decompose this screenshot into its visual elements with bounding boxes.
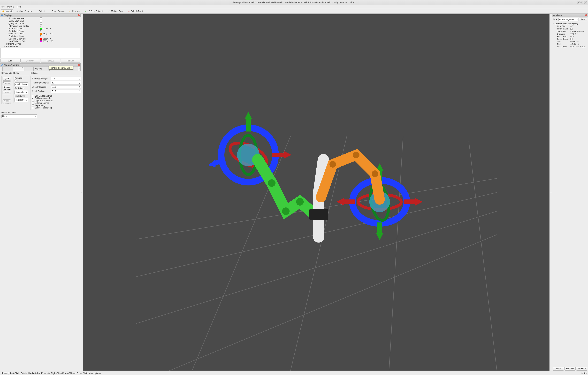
execute-button[interactable]: Execute: [2, 81, 11, 85]
option-checkbox-row[interactable]: ✓Collision-aware IK: [32, 97, 81, 99]
tool-add[interactable]: ＋: [146, 9, 150, 13]
property-row-expandable[interactable]: ▸Planning Metrics: [0, 42, 81, 45]
tool-remove[interactable]: –: [152, 9, 157, 13]
property-value[interactable]: ✓: [40, 20, 42, 22]
accel-scaling-input[interactable]: ▴▾: [51, 90, 81, 93]
checkbox-icon[interactable]: ✓: [570, 38, 573, 40]
planning-time-input[interactable]: ▴▾: [51, 77, 81, 80]
property-value[interactable]: 255; 0; 255: [40, 40, 53, 42]
view-value[interactable]: 3.48407: [570, 33, 578, 35]
view-value[interactable]: 0.245398: [570, 43, 579, 45]
rename-display-button[interactable]: Rename: [61, 59, 80, 63]
property-row[interactable]: Start State Color0; 255; 0: [0, 27, 81, 30]
option-checkbox-row[interactable]: Replanning: [32, 104, 81, 107]
menu-panels[interactable]: Panels: [7, 5, 14, 8]
property-value[interactable]: 0: [40, 25, 41, 27]
property-row[interactable]: Goal State Color250; 128; 0: [0, 32, 81, 35]
property-value[interactable]: 0; 255; 0: [40, 27, 51, 30]
tab-planning[interactable]: Planning: [13, 67, 25, 71]
view-property-row[interactable]: Target Fra…<Fixed Frame>: [552, 30, 588, 32]
add-display-button[interactable]: Add: [0, 59, 20, 63]
duplicate-display-button[interactable]: Duplicate: [21, 59, 40, 63]
plan-button[interactable]: Plan: [2, 77, 11, 81]
reset-button[interactable]: Reset: [1, 372, 9, 375]
view-value[interactable]: <Fixed Frame>: [570, 30, 584, 32]
option-checkbox-row[interactable]: External Comm.: [32, 102, 81, 104]
checkbox-icon[interactable]: [32, 100, 34, 102]
property-row[interactable]: Query Goal State✓: [0, 22, 81, 25]
view-property-row[interactable]: ▾Current ViewOrbit (rviz): [552, 22, 588, 25]
tool-select[interactable]: ▭Select: [35, 9, 46, 13]
views-remove-button[interactable]: Remove: [565, 367, 576, 371]
view-value[interactable]: [570, 28, 573, 30]
property-row[interactable]: Goal State Alpha1: [0, 35, 81, 37]
view-value[interactable]: 0.047392; -0.106…: [570, 46, 587, 48]
views-save-button[interactable]: Save: [553, 367, 564, 371]
maximize-button[interactable]: □: [580, 1, 583, 4]
plan-execute-button[interactable]: Plan & Execute: [2, 86, 11, 90]
close-panel-icon[interactable]: [585, 14, 587, 16]
property-value[interactable]: ✓: [40, 22, 42, 24]
property-row[interactable]: Start State Alpha1: [0, 30, 81, 32]
views-type-select[interactable]: Orbit (rviz_defau▾: [558, 18, 578, 21]
views-rename-button[interactable]: Rename: [576, 367, 587, 371]
property-value[interactable]: 250; 128; 0: [40, 32, 53, 35]
clear-octomap-button[interactable]: Clear octomap: [2, 99, 11, 103]
tabs-scroll-left[interactable]: ‹: [0, 67, 2, 71]
checkbox-icon[interactable]: [40, 17, 42, 20]
property-value[interactable]: 1: [40, 35, 41, 37]
view-value[interactable]: 0.190398: [570, 41, 579, 42]
views-panel-header[interactable]: Views: [552, 14, 588, 17]
tool-focus-camera[interactable]: ✦Focus Camera: [48, 9, 66, 13]
property-row[interactable]: Joint Violation Color255; 0; 255: [0, 40, 81, 42]
checkbox-icon[interactable]: [32, 107, 34, 109]
property-row[interactable]: Show Workspace: [0, 17, 81, 20]
menu-file[interactable]: File: [1, 5, 5, 8]
checkbox-icon[interactable]: [32, 95, 34, 97]
view-property-row[interactable]: Focal Shap…✓: [552, 38, 588, 40]
checkbox-icon[interactable]: [32, 104, 34, 106]
property-value[interactable]: 1: [40, 30, 41, 32]
view-property-row[interactable]: Yaw0.190398: [552, 40, 588, 43]
property-value[interactable]: 255; 0; 0: [40, 38, 51, 40]
tool-move-camera[interactable]: ✥Move Camera: [15, 9, 33, 13]
menu-help[interactable]: Help: [17, 5, 21, 8]
tab-scene-objects[interactable]: Scene Objects: [33, 67, 50, 71]
view-property-row[interactable]: ▸Focal Point0.047392; -0.106…: [552, 45, 588, 48]
checkbox-icon[interactable]: ✓: [32, 97, 34, 99]
displays-tree[interactable]: Show WorkspaceQuery Start State✓Query Go…: [0, 17, 81, 48]
tabs-scroll-right[interactable]: ›: [78, 67, 81, 71]
right-splitter-handle[interactable]: ▸: [550, 14, 552, 371]
zero-button[interactable]: Zero: [579, 18, 587, 21]
view-value[interactable]: ✓: [570, 38, 573, 40]
path-constraints-select[interactable]: None▾: [1, 115, 37, 118]
tool-publish-point[interactable]: ●Publish Point: [126, 9, 144, 13]
view-value[interactable]: Orbit (rviz): [568, 23, 578, 25]
close-panel-icon[interactable]: [78, 64, 80, 66]
property-row[interactable]: Colliding Link Color255; 0; 0: [0, 37, 81, 40]
planning-group-select[interactable]: manipulator▾: [14, 83, 28, 86]
option-checkbox-row[interactable]: Approx IK Solutions: [32, 99, 81, 102]
property-row-expandable[interactable]: ▸Planned Path: [0, 45, 81, 48]
option-checkbox-row[interactable]: Sensor Positioning: [32, 107, 81, 109]
start-state-select[interactable]: <current>▾: [14, 90, 28, 94]
tool-2d-goal-pose[interactable]: ➚2D Goal Pose: [107, 9, 125, 13]
checkbox-icon[interactable]: [570, 28, 573, 30]
minimize-button[interactable]: –: [577, 1, 580, 4]
tool-measure[interactable]: ▭Measure: [68, 9, 82, 13]
view-property-row[interactable]: Invert Z Axis: [552, 27, 588, 30]
property-row[interactable]: Query Start State✓: [0, 20, 81, 22]
tab-context[interactable]: Context: [2, 67, 13, 71]
view-value[interactable]: 0.05: [570, 35, 574, 37]
stop-button[interactable]: Stop: [2, 91, 11, 94]
3d-viewport[interactable]: [83, 14, 549, 371]
view-property-row[interactable]: Pitch0.245398: [552, 43, 588, 45]
property-row[interactable]: Interactive Marker Size0: [0, 25, 81, 27]
tool-2d-pose-estimate[interactable]: ➚2D Pose Estimate: [83, 9, 105, 13]
velocity-scaling-input[interactable]: ▴▾: [51, 85, 81, 89]
close-button[interactable]: ×: [584, 1, 587, 4]
property-value[interactable]: [40, 17, 42, 20]
checkbox-icon[interactable]: ✓: [40, 20, 42, 22]
checkbox-icon[interactable]: ✓: [40, 22, 42, 24]
goal-state-select[interactable]: <current>▾: [14, 98, 28, 102]
